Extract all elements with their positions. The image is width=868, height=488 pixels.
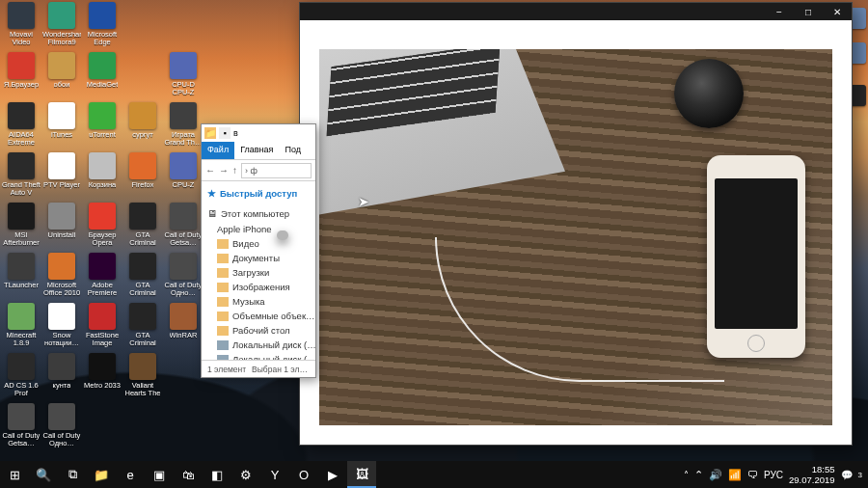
desktop-icon[interactable]: MSI Afterburner: [2, 203, 41, 251]
app-icon: [89, 353, 116, 380]
taskbar-app2-button[interactable]: ▶: [318, 461, 347, 488]
desktop-icon[interactable]: Movavi Video Editor Plus: [2, 2, 41, 50]
explorer-tree-item[interactable]: Документы: [202, 251, 315, 265]
taskbar-store-button[interactable]: 🛍: [174, 461, 203, 488]
desktop-icon[interactable]: CPU-D CPU-Z: [164, 52, 203, 100]
ribbon-tab-home[interactable]: Главная: [234, 142, 279, 159]
address-bar[interactable]: › ф: [241, 163, 312, 178]
taskbar-explorer-button[interactable]: 📁: [87, 461, 116, 488]
app-icon: [8, 102, 35, 129]
desktop-icon[interactable]: MediaGet: [83, 52, 122, 100]
minimize-button[interactable]: −: [765, 4, 794, 20]
desktop-icon[interactable]: Minecraft 1.8.9: [2, 303, 41, 351]
input-lang[interactable]: РУС: [764, 470, 783, 480]
taskbar-settings-button[interactable]: ⚙: [231, 461, 260, 488]
explorer-tree-item[interactable]: Видео: [202, 236, 315, 251]
desktop-icon-label: Firefox: [132, 181, 154, 189]
desktop-icon[interactable]: TLauncher: [2, 253, 41, 301]
tray-icon[interactable]: 🗨: [747, 469, 758, 481]
taskbar-start-button[interactable]: ⊞: [0, 461, 29, 488]
desktop-icon[interactable]: Snow нотации…: [42, 303, 81, 351]
desktop-icon[interactable]: сургут: [123, 102, 162, 150]
nav-up-icon[interactable]: ↑: [232, 165, 237, 176]
desktop-icon[interactable]: Microsoft Edge: [83, 2, 122, 50]
desktop-icon[interactable]: Wondershare Filmora9: [42, 2, 81, 50]
desktop-icon[interactable]: Grand Theft Auto V: [2, 152, 41, 201]
quick-access-header[interactable]: ★ Быстрый доступ: [202, 185, 315, 202]
photos-titlebar[interactable]: − □ ✕: [300, 3, 852, 20]
desktop-icon[interactable]: AD CS 1.6 Prof Release: [2, 353, 41, 401]
item-label: Рабочий стол: [232, 325, 290, 336]
this-pc-header[interactable]: 🖥 Этот компьютер: [202, 205, 315, 222]
desktop-icon-label: Call of Duty Getsa…: [164, 231, 203, 247]
nav-back-icon[interactable]: ←: [205, 165, 215, 176]
app-icon: [129, 253, 156, 280]
taskbar-opera-button[interactable]: O: [289, 461, 318, 488]
explorer-tree-item[interactable]: Локальный диск (…: [202, 352, 315, 360]
desktop-icon[interactable]: AIDA64 Extreme: [2, 102, 41, 150]
photos-stage[interactable]: ➤: [300, 20, 852, 445]
taskbar-clock[interactable]: 18:55 29.07.2019: [789, 464, 835, 485]
desktop-icon[interactable]: WinRAR: [164, 303, 203, 351]
taskbar-vscode-button[interactable]: ▣: [145, 461, 174, 488]
desktop-icon[interactable]: Metro 2033: [83, 353, 122, 401]
taskbar-photos-button[interactable]: 🖼: [347, 461, 376, 488]
tray-chevron-up-icon[interactable]: ˄: [684, 470, 689, 480]
desktop-icon[interactable]: PTV Player: [42, 152, 81, 201]
app-icon: [48, 353, 75, 380]
explorer-tree-item[interactable]: Локальный диск (…: [202, 338, 315, 352]
taskbar-yandex-button[interactable]: Y: [260, 461, 289, 488]
taskbar-edge-button[interactable]: e: [116, 461, 145, 488]
desktop-icon[interactable]: GTA Criminal RUSSIA: [123, 303, 162, 351]
explorer-tree-item[interactable]: Музыка: [202, 294, 315, 309]
desktop-icon[interactable]: обои: [42, 52, 81, 100]
app-icon: [89, 152, 116, 179]
taskbar-app1-button[interactable]: ◧: [203, 461, 231, 488]
taskbar-task-view-button[interactable]: ⧉: [58, 461, 87, 488]
photos-window[interactable]: − □ ✕ ➤: [299, 2, 853, 446]
desktop-icon[interactable]: Корзина: [83, 152, 122, 201]
desktop-icon[interactable]: uTorrent: [83, 102, 122, 150]
desktop-icon-label: MediaGet: [87, 81, 119, 89]
ribbon-tab-share[interactable]: Под: [279, 142, 307, 159]
desktop-icon[interactable]: Uninstall: [42, 203, 81, 251]
desktop-icon[interactable]: Call of Duty Одно…: [42, 403, 81, 451]
explorer-tree-item[interactable]: Изображения: [202, 280, 315, 294]
desktop-icon[interactable]: Firefox: [123, 152, 162, 201]
explorer-tree-item[interactable]: Рабочий стол: [202, 323, 315, 338]
clock-time: 18:55: [789, 464, 835, 474]
explorer-tree-item[interactable]: Apple iPhone: [202, 222, 315, 236]
file-explorer-window[interactable]: 📁 ▪ в Файл Главная Под ← → ↑ › ф ★ Быстр…: [201, 123, 316, 378]
desktop-icon[interactable]: Браузер Opera: [83, 203, 122, 251]
desktop-icon[interactable]: Adobe Premiere P…: [83, 253, 122, 301]
ribbon-tab-file[interactable]: Файл: [202, 142, 234, 159]
tray-icon[interactable]: ⌃: [694, 469, 703, 481]
desktop-icon[interactable]: CPU-Z: [164, 152, 203, 201]
taskbar-search-button[interactable]: 🔍: [29, 461, 58, 488]
desktop-icon[interactable]: Я.Браузер: [2, 52, 41, 100]
explorer-tree-item[interactable]: Объемные объек…: [202, 309, 315, 323]
desktop-icon[interactable]: Call of Duty Getsa…: [2, 403, 41, 451]
tray-icon[interactable]: 📶: [728, 469, 742, 481]
maximize-button[interactable]: □: [794, 4, 823, 20]
nav-forward-icon[interactable]: →: [219, 165, 229, 176]
desktop-icon[interactable]: FastStone Image Viewer: [83, 303, 122, 351]
close-button[interactable]: ✕: [823, 4, 852, 20]
explorer-tree-item[interactable]: Загрузки: [202, 265, 315, 280]
desktop-icon[interactable]: GTA Criminal RUSSIA му…: [123, 203, 162, 251]
desktop-icon-label: FastStone Image Viewer: [83, 332, 122, 347]
desktop-icon[interactable]: Играта Grand Th…: [164, 102, 203, 150]
desktop-icon[interactable]: Call of Duty Getsa…: [164, 203, 203, 251]
desktop-icon[interactable]: iTunes: [42, 102, 81, 150]
desktop-icon[interactable]: кунта: [42, 353, 81, 401]
explorer-titlebar[interactable]: 📁 ▪ в: [202, 124, 315, 142]
desktop-icon[interactable]: GTA Criminal RUSSIA My…: [123, 253, 162, 301]
desktop-icon[interactable]: Valiant Hearts The Beat: [123, 353, 162, 401]
explorer-nav-tree: ★ Быстрый доступ 🖥 Этот компьютер Apple …: [202, 181, 315, 360]
action-center-icon[interactable]: 💬: [841, 470, 853, 480]
status-selected: Выбран 1 эл…: [252, 365, 308, 374]
desktop-icon[interactable]: Call of Duty Одно…: [164, 253, 203, 301]
desktop-icon[interactable]: Microsoft Office 2010: [42, 253, 81, 301]
app-icon: [89, 2, 116, 29]
tray-icon[interactable]: 🔊: [709, 469, 722, 481]
